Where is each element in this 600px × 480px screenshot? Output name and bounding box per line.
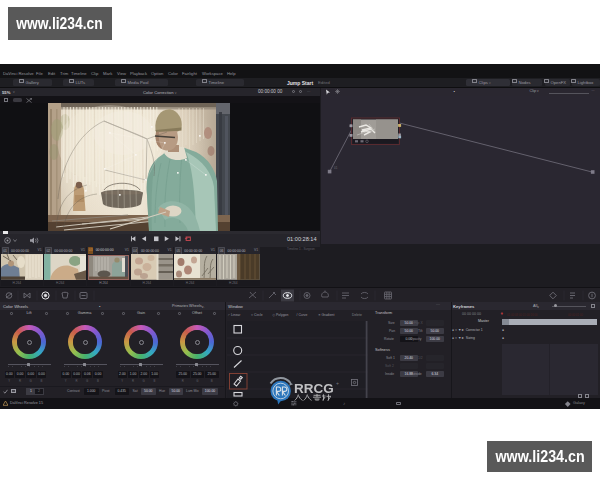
- svg-text:RRCG: RRCG: [294, 381, 334, 396]
- svg-text:01: 01: [334, 166, 338, 170]
